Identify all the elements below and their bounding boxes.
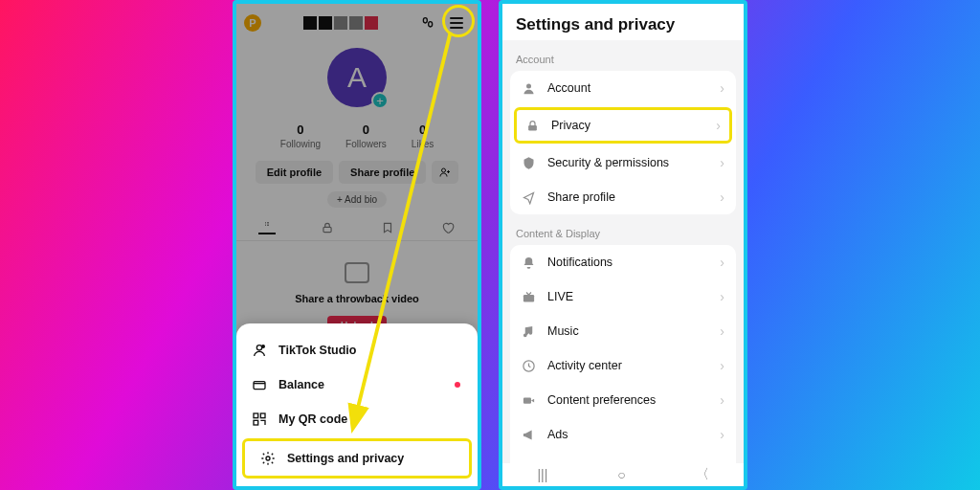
sheet-item-settings[interactable]: Settings and privacy: [242, 438, 472, 479]
tab-lock-icon[interactable]: [319, 221, 336, 234]
footprints-icon[interactable]: [420, 15, 435, 31]
stat-followers[interactable]: 0 Followers: [345, 122, 387, 149]
sheet-item-balance[interactable]: Balance: [236, 368, 478, 402]
nav-back-icon[interactable]: 〈: [696, 466, 709, 483]
coin-icon[interactable]: P: [244, 14, 261, 32]
studio-icon: [252, 343, 267, 358]
lock-icon: [525, 119, 540, 133]
row-account[interactable]: Account ›: [510, 71, 736, 105]
row-live[interactable]: LIVE ›: [510, 279, 736, 314]
chevron-right-icon: ›: [720, 323, 724, 339]
svg-rect-14: [523, 295, 534, 302]
add-avatar-icon[interactable]: +: [371, 92, 389, 109]
live-icon: [522, 290, 536, 304]
tab-bookmark-icon[interactable]: [379, 221, 396, 234]
svg-point-12: [526, 83, 531, 88]
row-music[interactable]: Music ›: [510, 314, 736, 348]
megaphone-icon: [522, 428, 536, 442]
row-content-prefs[interactable]: Content preferences ›: [510, 383, 736, 417]
account-card: Account › Privacy › Security & permissio…: [510, 71, 736, 214]
svg-rect-13: [528, 124, 537, 130]
person-icon: [522, 81, 536, 96]
edit-profile-button[interactable]: Edit profile: [256, 161, 333, 184]
sheet-item-label: TikTok Studio: [278, 344, 356, 357]
menu-bottom-sheet: TikTok Studio Balance My QR code Setting…: [236, 323, 478, 486]
sheet-item-tiktok-studio[interactable]: TikTok Studio: [236, 333, 478, 368]
row-privacy[interactable]: Privacy ›: [514, 107, 732, 144]
notification-dot: [455, 382, 460, 388]
svg-rect-10: [254, 420, 258, 425]
section-account-label: Account: [502, 40, 744, 71]
row-security[interactable]: Security & permissions ›: [510, 145, 736, 180]
username-redacted: [303, 16, 378, 30]
nav-home-icon[interactable]: ○: [617, 467, 625, 482]
tab-feed-icon[interactable]: [258, 221, 276, 234]
svg-point-11: [266, 457, 270, 460]
chevron-right-icon: ›: [720, 255, 724, 270]
chevron-right-icon: ›: [720, 289, 724, 304]
add-bio-button[interactable]: + Add bio: [327, 191, 387, 208]
svg-rect-7: [254, 382, 265, 390]
chevron-right-icon: ›: [720, 80, 724, 96]
svg-rect-16: [523, 397, 531, 403]
music-icon: [522, 324, 536, 339]
chevron-right-icon: ›: [720, 189, 724, 205]
avatar-letter: A: [347, 61, 367, 94]
content-card: Notifications › LIVE › Music › Activity …: [510, 245, 736, 486]
section-content-label: Content & Display: [502, 214, 744, 245]
sheet-item-label: My QR code: [278, 412, 347, 426]
video-icon: [522, 393, 536, 408]
chevron-right-icon: ›: [720, 358, 724, 373]
svg-rect-9: [260, 413, 265, 418]
qr-icon: [252, 412, 267, 427]
nav-recent-icon[interactable]: |||: [537, 467, 547, 482]
svg-point-2: [442, 168, 446, 172]
add-friend-button[interactable]: [432, 161, 458, 184]
tab-heart-icon[interactable]: [439, 221, 457, 234]
image-placeholder-icon: [345, 262, 369, 283]
gear-icon: [260, 451, 276, 466]
svg-point-5: [256, 345, 261, 350]
stat-following[interactable]: 0 Following: [280, 122, 321, 149]
page-title: Settings and privacy: [502, 4, 744, 40]
chevron-right-icon: ›: [720, 427, 724, 442]
clock-icon: [522, 359, 536, 373]
system-nav-bar: ||| ○ 〈: [502, 463, 744, 486]
row-ads[interactable]: Ads ›: [510, 417, 736, 452]
profile-screen: P A + 0 Following 0 Followers: [236, 4, 478, 348]
annotation-circle: [442, 5, 475, 37]
share-icon: [522, 190, 536, 205]
chevron-right-icon: ›: [716, 118, 721, 133]
row-activity[interactable]: Activity center ›: [510, 348, 736, 383]
shield-icon: [522, 156, 536, 170]
phone-profile: P A + 0 Following 0 Followers: [233, 0, 481, 490]
avatar[interactable]: A +: [327, 48, 387, 107]
svg-point-1: [429, 22, 433, 27]
svg-rect-3: [323, 227, 330, 232]
svg-rect-8: [254, 413, 258, 418]
chevron-right-icon: ›: [720, 392, 724, 408]
throwback-caption: Share a throwback video: [295, 293, 419, 304]
share-profile-button[interactable]: Share profile: [339, 161, 426, 184]
stat-likes[interactable]: 0 Likes: [412, 122, 434, 149]
sheet-item-qr[interactable]: My QR code: [236, 402, 478, 436]
phone-settings: Settings and privacy Account Account › P…: [499, 0, 747, 490]
sheet-item-label: Balance: [278, 378, 324, 391]
row-share-profile[interactable]: Share profile ›: [510, 180, 736, 214]
bell-icon: [522, 256, 536, 270]
stats-row: 0 Following 0 Followers 0 Likes: [236, 122, 478, 149]
row-notifications[interactable]: Notifications ›: [510, 245, 736, 279]
svg-point-6: [262, 345, 265, 348]
sheet-item-label: Settings and privacy: [287, 452, 404, 465]
profile-tabs: [236, 221, 478, 241]
wallet-icon: [252, 377, 267, 392]
chevron-right-icon: ›: [720, 155, 724, 170]
svg-point-0: [423, 18, 427, 23]
